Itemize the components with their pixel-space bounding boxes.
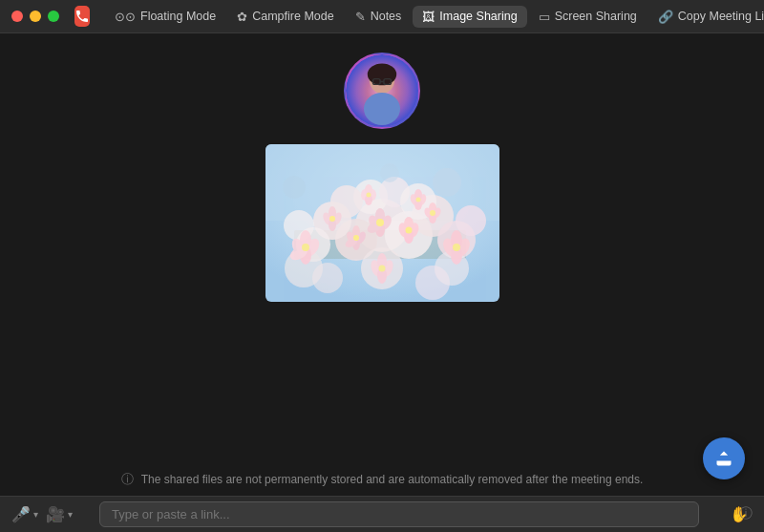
close-button[interactable] xyxy=(11,11,23,22)
svg-point-34 xyxy=(376,219,384,226)
notes-icon: ✎ xyxy=(355,10,366,24)
svg-point-7 xyxy=(364,93,400,125)
svg-point-82 xyxy=(433,168,461,197)
upload-button[interactable] xyxy=(703,437,745,479)
traffic-lights xyxy=(11,11,59,22)
notes-label: Notes xyxy=(371,10,402,23)
info-icon: ⓘ xyxy=(121,471,134,488)
screen-sharing-label: Screen Sharing xyxy=(555,10,637,23)
image-sharing-label: Image Sharing xyxy=(439,10,517,23)
campfire-mode-label: Campfire Mode xyxy=(252,10,333,23)
svg-point-83 xyxy=(283,176,306,199)
svg-point-23 xyxy=(456,205,486,236)
camera-icon: 🎥 xyxy=(46,505,65,523)
tab-copy-meeting-link[interactable]: 🔗 Copy Meeting Link xyxy=(648,6,764,28)
shared-image xyxy=(265,144,499,302)
svg-point-81 xyxy=(378,266,385,272)
avatar-svg xyxy=(346,54,418,127)
nav-tabs: ⊙⊙ Floating Mode ✿ Campfire Mode ✎ Notes… xyxy=(105,6,764,28)
bottom-toolbar: 🎤 ▾ 🎥 ▾ ✋ ⓘ xyxy=(0,496,764,532)
camera-chevron-icon: ▾ xyxy=(68,509,73,520)
tab-notes[interactable]: ✎ Notes xyxy=(346,6,412,28)
tab-image-sharing[interactable]: 🖼 Image Sharing xyxy=(413,6,526,28)
info-bar: ⓘ The shared files are not permanently s… xyxy=(0,463,764,496)
svg-point-55 xyxy=(430,210,435,216)
svg-point-84 xyxy=(380,163,399,182)
campfire-icon: ✿ xyxy=(237,10,247,24)
floating-mode-icon: ⊙⊙ xyxy=(115,10,136,24)
svg-point-60 xyxy=(366,193,371,198)
link-input-container xyxy=(99,501,699,527)
camera-button[interactable]: 🎥 ▾ xyxy=(46,505,73,523)
avatar-image xyxy=(346,54,418,127)
link-input[interactable] xyxy=(99,501,699,527)
info-message: The shared files are not permanently sto… xyxy=(141,473,644,486)
minimize-button[interactable] xyxy=(30,11,41,22)
microphone-button[interactable]: 🎤 ▾ xyxy=(11,505,38,523)
svg-point-50 xyxy=(329,216,335,222)
svg-point-45 xyxy=(405,227,412,234)
svg-point-27 xyxy=(312,263,343,293)
help-button[interactable]: ⓘ xyxy=(739,505,753,522)
svg-point-65 xyxy=(415,198,420,202)
svg-point-71 xyxy=(302,244,309,251)
main-content xyxy=(0,33,764,458)
cherry-blossom-svg xyxy=(265,144,499,302)
image-sharing-icon: 🖼 xyxy=(422,10,435,24)
maximize-button[interactable] xyxy=(48,11,59,22)
tab-screen-sharing[interactable]: ▭ Screen Sharing xyxy=(529,6,647,28)
copy-meeting-link-label: Copy Meeting Link xyxy=(678,10,764,23)
upload-icon xyxy=(714,449,733,468)
help-icon: ⓘ xyxy=(739,505,753,521)
tab-campfire-mode[interactable]: ✿ Campfire Mode xyxy=(227,6,343,28)
tab-floating-mode[interactable]: ⊙⊙ Floating Mode xyxy=(105,6,225,28)
svg-point-40 xyxy=(353,235,359,241)
titlebar: ⊙⊙ Floating Mode ✿ Campfire Mode ✎ Notes… xyxy=(0,0,764,33)
svg-point-28 xyxy=(415,266,450,300)
end-call-button[interactable] xyxy=(74,6,90,27)
mic-icon: 🎤 xyxy=(11,505,31,523)
avatar xyxy=(344,53,420,129)
screen-sharing-icon: ▭ xyxy=(539,10,550,24)
svg-point-76 xyxy=(453,244,460,251)
mic-chevron-icon: ▾ xyxy=(33,509,38,520)
copy-link-icon: 🔗 xyxy=(658,10,673,24)
floating-mode-label: Floating Mode xyxy=(140,10,216,23)
